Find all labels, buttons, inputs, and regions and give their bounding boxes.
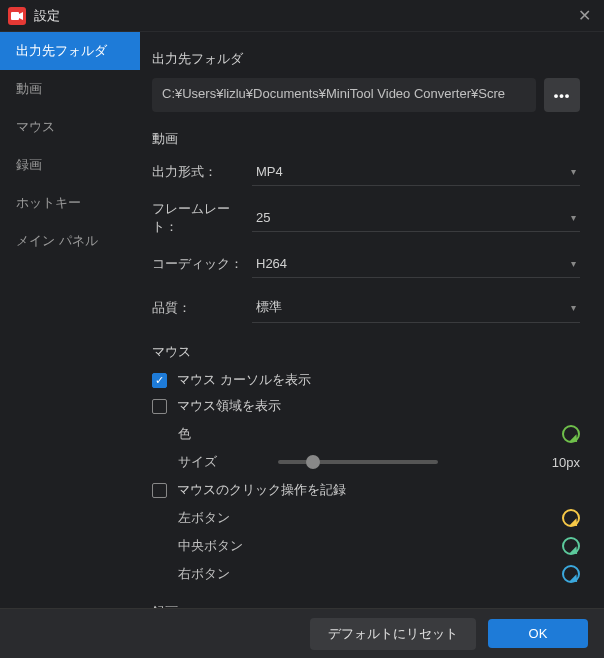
chevron-down-icon: ▾ [571,212,576,223]
svg-rect-0 [11,12,19,20]
format-value: MP4 [256,164,283,179]
ellipsis-icon: ••• [554,88,571,103]
show-cursor-label: マウス カーソルを表示 [177,371,311,389]
section-mouse-title: マウス [152,343,580,361]
slider-thumb[interactable] [306,455,320,469]
sidebar-item-record[interactable]: 録画 [0,146,140,184]
titlebar: 設定 ✕ [0,0,604,32]
close-icon[interactable]: ✕ [572,6,596,25]
show-region-label: マウス領域を表示 [177,397,281,415]
format-select[interactable]: MP4 ▾ [252,158,580,186]
chevron-down-icon: ▾ [571,166,576,177]
right-button-label: 右ボタン [178,565,258,583]
codec-select[interactable]: H264 ▾ [252,250,580,278]
quality-value: 標準 [256,298,282,316]
framerate-value: 25 [256,210,270,225]
sidebar-item-main-panel[interactable]: メイン パネル [0,222,140,260]
format-label: 出力形式： [152,163,252,181]
window-title: 設定 [34,7,572,25]
sidebar-item-mouse[interactable]: マウス [0,108,140,146]
show-cursor-checkbox[interactable]: ✓ [152,373,167,388]
region-size-value: 10px [552,455,580,470]
ok-button[interactable]: OK [488,619,588,648]
right-button-color-picker[interactable] [562,565,580,583]
content-area: 出力先フォルダ C:¥Users¥lizlu¥Documents¥MiniToo… [140,32,604,608]
sidebar: 出力先フォルダ 動画 マウス 録画 ホットキー メイン パネル [0,32,140,608]
quality-select[interactable]: 標準 ▾ [252,292,580,323]
browse-button[interactable]: ••• [544,78,580,112]
sidebar-item-video[interactable]: 動画 [0,70,140,108]
framerate-label: フレームレート： [152,200,252,236]
footer: デフォルトにリセット OK [0,608,604,658]
center-button-color-picker[interactable] [562,537,580,555]
left-button-color-picker[interactable] [562,509,580,527]
left-button-label: 左ボタン [178,509,258,527]
show-region-checkbox[interactable] [152,399,167,414]
region-size-label: サイズ [178,453,258,471]
record-clicks-label: マウスのクリック操作を記録 [177,481,346,499]
codec-label: コーディック： [152,255,252,273]
section-record-title: 録画 [152,603,580,608]
sidebar-item-hotkey[interactable]: ホットキー [0,184,140,222]
region-color-label: 色 [178,425,258,443]
chevron-down-icon: ▾ [571,258,576,269]
framerate-select[interactable]: 25 ▾ [252,204,580,232]
region-color-picker[interactable] [562,425,580,443]
chevron-down-icon: ▾ [571,302,576,313]
quality-label: 品質： [152,299,252,317]
codec-value: H264 [256,256,287,271]
sidebar-item-output-folder[interactable]: 出力先フォルダ [0,32,140,70]
app-logo-icon [8,7,26,25]
record-clicks-checkbox[interactable] [152,483,167,498]
reset-button[interactable]: デフォルトにリセット [310,618,476,650]
section-video-title: 動画 [152,130,580,148]
section-output-folder-title: 出力先フォルダ [152,50,580,68]
output-path-input[interactable]: C:¥Users¥lizlu¥Documents¥MiniTool Video … [152,78,536,112]
region-size-slider[interactable] [278,460,438,464]
center-button-label: 中央ボタン [178,537,258,555]
